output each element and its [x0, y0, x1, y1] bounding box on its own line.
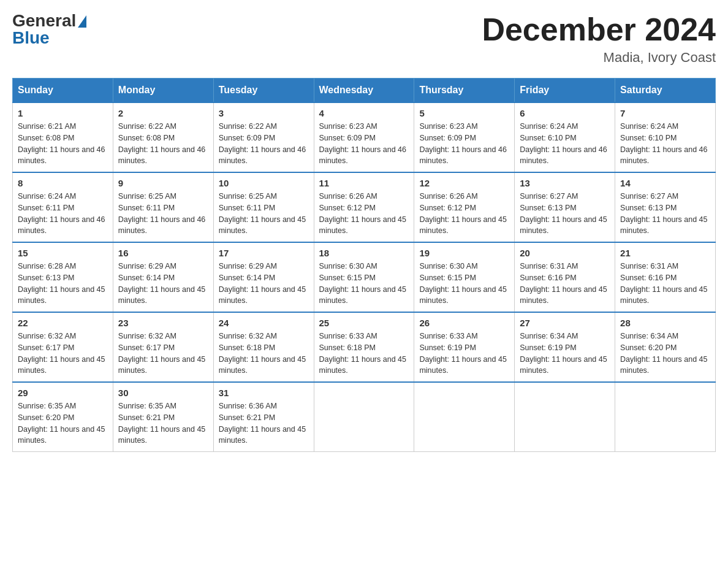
day-info: Sunrise: 6:27 AM Sunset: 6:13 PM Dayligh…	[520, 191, 610, 237]
header-wednesday: Wednesday	[314, 79, 414, 103]
day-number: 21	[620, 248, 710, 258]
table-row: 22 Sunrise: 6:32 AM Sunset: 6:17 PM Dayl…	[13, 312, 113, 382]
day-number: 7	[620, 108, 710, 118]
day-number: 31	[219, 388, 309, 398]
table-row: 10 Sunrise: 6:25 AM Sunset: 6:11 PM Dayl…	[213, 172, 314, 242]
logo: General Blue	[12, 12, 86, 47]
table-row: 28 Sunrise: 6:34 AM Sunset: 6:20 PM Dayl…	[615, 312, 716, 382]
day-number: 29	[18, 388, 108, 398]
table-row	[414, 382, 515, 452]
header-friday: Friday	[515, 79, 615, 103]
table-row: 12 Sunrise: 6:26 AM Sunset: 6:12 PM Dayl…	[414, 172, 515, 242]
day-info: Sunrise: 6:25 AM Sunset: 6:11 PM Dayligh…	[118, 191, 208, 237]
day-info: Sunrise: 6:24 AM Sunset: 6:11 PM Dayligh…	[18, 191, 108, 237]
table-row: 25 Sunrise: 6:33 AM Sunset: 6:18 PM Dayl…	[314, 312, 414, 382]
table-row: 2 Sunrise: 6:22 AM Sunset: 6:08 PM Dayli…	[113, 102, 213, 172]
day-number: 23	[118, 318, 208, 328]
calendar-week-row: 8 Sunrise: 6:24 AM Sunset: 6:11 PM Dayli…	[13, 172, 716, 242]
table-row: 20 Sunrise: 6:31 AM Sunset: 6:16 PM Dayl…	[515, 242, 615, 312]
calendar-week-row: 1 Sunrise: 6:21 AM Sunset: 6:08 PM Dayli…	[13, 102, 716, 172]
header-monday: Monday	[113, 79, 213, 103]
day-number: 20	[520, 248, 610, 258]
table-row: 1 Sunrise: 6:21 AM Sunset: 6:08 PM Dayli…	[13, 102, 113, 172]
table-row: 19 Sunrise: 6:30 AM Sunset: 6:15 PM Dayl…	[414, 242, 515, 312]
table-row: 15 Sunrise: 6:28 AM Sunset: 6:13 PM Dayl…	[13, 242, 113, 312]
day-info: Sunrise: 6:22 AM Sunset: 6:08 PM Dayligh…	[118, 121, 208, 167]
table-row: 11 Sunrise: 6:26 AM Sunset: 6:12 PM Dayl…	[314, 172, 414, 242]
calendar-week-row: 29 Sunrise: 6:35 AM Sunset: 6:20 PM Dayl…	[13, 382, 716, 452]
day-info: Sunrise: 6:31 AM Sunset: 6:16 PM Dayligh…	[620, 261, 710, 307]
table-row: 3 Sunrise: 6:22 AM Sunset: 6:09 PM Dayli…	[213, 102, 314, 172]
table-row: 6 Sunrise: 6:24 AM Sunset: 6:10 PM Dayli…	[515, 102, 615, 172]
day-number: 14	[620, 178, 710, 188]
day-number: 4	[319, 108, 409, 118]
day-info: Sunrise: 6:27 AM Sunset: 6:13 PM Dayligh…	[620, 191, 710, 237]
logo-blue-text: Blue	[12, 29, 50, 47]
day-info: Sunrise: 6:25 AM Sunset: 6:11 PM Dayligh…	[219, 191, 309, 237]
table-row: 14 Sunrise: 6:27 AM Sunset: 6:13 PM Dayl…	[615, 172, 716, 242]
day-number: 1	[18, 108, 108, 118]
title-block: December 2024 Madia, Ivory Coast	[482, 12, 716, 66]
table-row: 17 Sunrise: 6:29 AM Sunset: 6:14 PM Dayl…	[213, 242, 314, 312]
day-info: Sunrise: 6:24 AM Sunset: 6:10 PM Dayligh…	[620, 121, 710, 167]
day-number: 28	[620, 318, 710, 328]
header-thursday: Thursday	[414, 79, 515, 103]
table-row: 24 Sunrise: 6:32 AM Sunset: 6:18 PM Dayl…	[213, 312, 314, 382]
day-info: Sunrise: 6:24 AM Sunset: 6:10 PM Dayligh…	[520, 121, 610, 167]
day-info: Sunrise: 6:34 AM Sunset: 6:19 PM Dayligh…	[520, 331, 610, 377]
day-number: 22	[18, 318, 108, 328]
day-number: 2	[118, 108, 208, 118]
day-info: Sunrise: 6:30 AM Sunset: 6:15 PM Dayligh…	[419, 261, 509, 307]
calendar-week-row: 22 Sunrise: 6:32 AM Sunset: 6:17 PM Dayl…	[13, 312, 716, 382]
table-row: 9 Sunrise: 6:25 AM Sunset: 6:11 PM Dayli…	[113, 172, 213, 242]
day-info: Sunrise: 6:32 AM Sunset: 6:18 PM Dayligh…	[219, 331, 309, 377]
table-row: 5 Sunrise: 6:23 AM Sunset: 6:09 PM Dayli…	[414, 102, 515, 172]
day-info: Sunrise: 6:34 AM Sunset: 6:20 PM Dayligh…	[620, 331, 710, 377]
day-number: 5	[419, 108, 509, 118]
day-number: 9	[118, 178, 208, 188]
day-number: 26	[419, 318, 509, 328]
table-row: 27 Sunrise: 6:34 AM Sunset: 6:19 PM Dayl…	[515, 312, 615, 382]
calendar-header-row: Sunday Monday Tuesday Wednesday Thursday…	[13, 79, 716, 103]
day-info: Sunrise: 6:32 AM Sunset: 6:17 PM Dayligh…	[118, 331, 208, 377]
day-info: Sunrise: 6:22 AM Sunset: 6:09 PM Dayligh…	[219, 121, 309, 167]
day-number: 6	[520, 108, 610, 118]
table-row	[515, 382, 615, 452]
table-row: 21 Sunrise: 6:31 AM Sunset: 6:16 PM Dayl…	[615, 242, 716, 312]
table-row: 16 Sunrise: 6:29 AM Sunset: 6:14 PM Dayl…	[113, 242, 213, 312]
day-info: Sunrise: 6:21 AM Sunset: 6:08 PM Dayligh…	[18, 121, 108, 167]
table-row: 31 Sunrise: 6:36 AM Sunset: 6:21 PM Dayl…	[213, 382, 314, 452]
month-title: December 2024	[482, 12, 716, 47]
day-number: 16	[118, 248, 208, 258]
table-row: 29 Sunrise: 6:35 AM Sunset: 6:20 PM Dayl…	[13, 382, 113, 452]
header-sunday: Sunday	[13, 79, 113, 103]
table-row: 8 Sunrise: 6:24 AM Sunset: 6:11 PM Dayli…	[13, 172, 113, 242]
table-row	[314, 382, 414, 452]
table-row: 7 Sunrise: 6:24 AM Sunset: 6:10 PM Dayli…	[615, 102, 716, 172]
table-row: 18 Sunrise: 6:30 AM Sunset: 6:15 PM Dayl…	[314, 242, 414, 312]
day-info: Sunrise: 6:35 AM Sunset: 6:20 PM Dayligh…	[18, 400, 108, 446]
day-info: Sunrise: 6:35 AM Sunset: 6:21 PM Dayligh…	[118, 400, 208, 446]
day-info: Sunrise: 6:29 AM Sunset: 6:14 PM Dayligh…	[118, 261, 208, 307]
header-tuesday: Tuesday	[213, 79, 314, 103]
table-row: 23 Sunrise: 6:32 AM Sunset: 6:17 PM Dayl…	[113, 312, 213, 382]
day-number: 11	[319, 178, 409, 188]
day-info: Sunrise: 6:36 AM Sunset: 6:21 PM Dayligh…	[219, 400, 309, 446]
table-row: 30 Sunrise: 6:35 AM Sunset: 6:21 PM Dayl…	[113, 382, 213, 452]
calendar-table: Sunday Monday Tuesday Wednesday Thursday…	[12, 78, 716, 452]
day-info: Sunrise: 6:23 AM Sunset: 6:09 PM Dayligh…	[419, 121, 509, 167]
day-number: 27	[520, 318, 610, 328]
day-info: Sunrise: 6:28 AM Sunset: 6:13 PM Dayligh…	[18, 261, 108, 307]
day-info: Sunrise: 6:26 AM Sunset: 6:12 PM Dayligh…	[319, 191, 409, 237]
day-info: Sunrise: 6:31 AM Sunset: 6:16 PM Dayligh…	[520, 261, 610, 307]
day-info: Sunrise: 6:23 AM Sunset: 6:09 PM Dayligh…	[319, 121, 409, 167]
day-number: 10	[219, 178, 309, 188]
day-info: Sunrise: 6:32 AM Sunset: 6:17 PM Dayligh…	[18, 331, 108, 377]
logo-general-text: General	[12, 12, 76, 29]
table-row: 13 Sunrise: 6:27 AM Sunset: 6:13 PM Dayl…	[515, 172, 615, 242]
day-number: 17	[219, 248, 309, 258]
day-number: 13	[520, 178, 610, 188]
table-row	[615, 382, 716, 452]
day-info: Sunrise: 6:26 AM Sunset: 6:12 PM Dayligh…	[419, 191, 509, 237]
day-number: 8	[18, 178, 108, 188]
